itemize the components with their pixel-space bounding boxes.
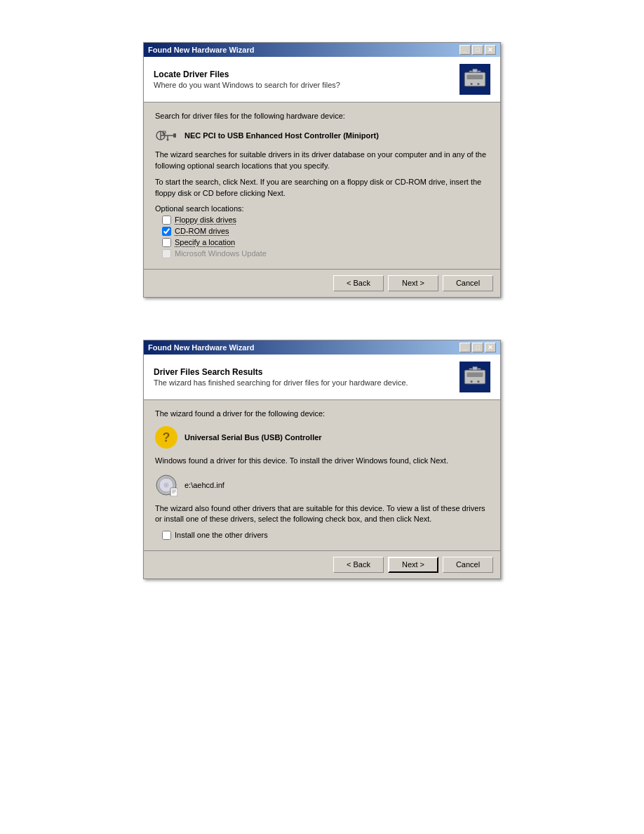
- install-other-checkbox[interactable]: [162, 531, 171, 540]
- header-subtitle-1: Where do you want Windows to search for …: [154, 81, 340, 89]
- body-text1-1: The wizard searches for suitable drivers…: [155, 150, 489, 171]
- header-icon-2: [459, 362, 490, 392]
- next-button-2[interactable]: Next >: [388, 557, 438, 573]
- svg-point-25: [166, 484, 168, 486]
- checkbox-winupdate-input: [162, 249, 171, 258]
- body-text2-1: To start the search, click Next. If you …: [155, 177, 489, 199]
- titlebar-buttons-2: _ □ ✕: [459, 343, 496, 352]
- cd-rom-icon: [155, 474, 177, 496]
- search-label-1: Search for driver files for the followin…: [155, 111, 489, 121]
- svg-rect-16: [467, 372, 483, 377]
- other-drivers-text: The wizard also found other drivers that…: [155, 503, 489, 525]
- svg-rect-26: [170, 488, 177, 496]
- optional-label-1: Optional search locations:: [155, 204, 489, 213]
- close-button-1[interactable]: ✕: [485, 45, 496, 55]
- hardware-wizard-icon-2: [462, 364, 488, 390]
- svg-point-2: [470, 83, 472, 85]
- back-button-2[interactable]: < Back: [333, 557, 384, 573]
- header-subtitle-2: The wizard has finished searching for dr…: [154, 378, 408, 387]
- titlebar-2-text: Found New Hardware Wizard: [148, 343, 254, 352]
- wizard-window-1: Found New Hardware Wizard _ □ ✕ Locate D…: [143, 42, 501, 298]
- wizard-body-1: Search for driver files for the followin…: [144, 102, 500, 269]
- hardware-wizard-icon-1: [462, 67, 488, 92]
- device-row-1: NEC PCI to USB Enhanced Host Controller …: [155, 128, 489, 143]
- wizard-footer-2: < Back Next > Cancel: [144, 550, 500, 578]
- wizard-header-1: Locate Driver Files Where do you want Wi…: [144, 57, 500, 102]
- checkbox-install-other[interactable]: Install one the other drivers: [162, 531, 489, 540]
- svg-rect-21: [473, 366, 478, 370]
- close-button-2[interactable]: ✕: [485, 343, 496, 352]
- wizard-footer-1: < Back Next > Cancel: [144, 269, 500, 297]
- driver-file-path: e:\aehcd.inf: [185, 481, 224, 489]
- wizard-body-2: The wizard found a driver for the follow…: [144, 400, 500, 550]
- next-button-1[interactable]: Next >: [388, 275, 438, 291]
- header-title-1: Locate Driver Files: [154, 70, 340, 79]
- checkbox-specify-input[interactable]: [162, 238, 171, 247]
- checkbox-floppy-input[interactable]: [162, 216, 171, 225]
- install-other-label[interactable]: Install one the other drivers: [175, 531, 268, 539]
- checkbox-cdrom-label[interactable]: CD-ROM drives: [175, 227, 229, 235]
- checkbox-floppy[interactable]: Floppy disk drives: [162, 216, 489, 225]
- svg-rect-10: [173, 133, 176, 138]
- device-name-1: NEC PCI to USB Enhanced Host Controller …: [185, 131, 379, 140]
- checkbox-winupdate-label: Microsoft Windows Update: [175, 249, 267, 258]
- device-name-2: Universal Serial Bus (USB) Controller: [185, 433, 322, 442]
- found-driver-text-2: Windows found a driver for this device. …: [155, 456, 489, 466]
- header-text-1: Locate Driver Files Where do you want Wi…: [154, 70, 340, 89]
- checkbox-specify[interactable]: Specify a location: [162, 238, 489, 247]
- usb-icon-svg-1: [155, 128, 177, 143]
- maximize-button-1[interactable]: □: [472, 45, 483, 55]
- checkbox-cdrom[interactable]: CD-ROM drives: [162, 227, 489, 236]
- svg-point-18: [477, 380, 479, 383]
- header-title-2: Driver Files Search Results: [154, 367, 408, 377]
- header-text-2: Driver Files Search Results The wizard h…: [154, 367, 408, 387]
- cd-icon-svg: [155, 474, 177, 496]
- titlebar-2: Found New Hardware Wizard _ □ ✕: [144, 340, 500, 355]
- checkbox-specify-label[interactable]: Specify a location: [175, 238, 235, 246]
- minimize-button-2[interactable]: _: [459, 343, 471, 352]
- cancel-button-2[interactable]: Cancel: [443, 557, 493, 573]
- checkbox-floppy-label[interactable]: Floppy disk drives: [175, 216, 236, 224]
- svg-rect-6: [473, 69, 478, 72]
- wizard-window-2: Found New Hardware Wizard _ □ ✕ Driver F…: [143, 340, 501, 579]
- checkbox-winupdate: Microsoft Windows Update: [162, 249, 489, 258]
- svg-rect-1: [467, 74, 483, 79]
- header-icon-1: [459, 64, 490, 95]
- svg-point-14: [167, 139, 169, 141]
- minimize-button-1[interactable]: _: [459, 45, 471, 55]
- maximize-button-2[interactable]: □: [472, 343, 483, 352]
- driver-file-row: e:\aehcd.inf: [155, 474, 489, 496]
- titlebar-buttons-1: _ □ ✕: [459, 45, 496, 55]
- titlebar-1: Found New Hardware Wizard _ □ ✕: [144, 43, 500, 57]
- titlebar-1-text: Found New Hardware Wizard: [148, 46, 254, 54]
- device-row-2: ? Universal Serial Bus (USB) Controller: [155, 426, 489, 449]
- wizard-header-2: Driver Files Search Results The wizard h…: [144, 355, 500, 400]
- svg-point-17: [470, 380, 472, 383]
- back-button-1[interactable]: < Back: [333, 275, 384, 291]
- cancel-button-1[interactable]: Cancel: [443, 275, 493, 291]
- question-mark-icon: ?: [155, 426, 177, 449]
- usb-device-icon-1: [155, 128, 177, 143]
- checkbox-cdrom-input[interactable]: [162, 227, 171, 236]
- found-label-2: The wizard found a driver for the follow…: [155, 409, 489, 419]
- svg-point-3: [477, 83, 479, 85]
